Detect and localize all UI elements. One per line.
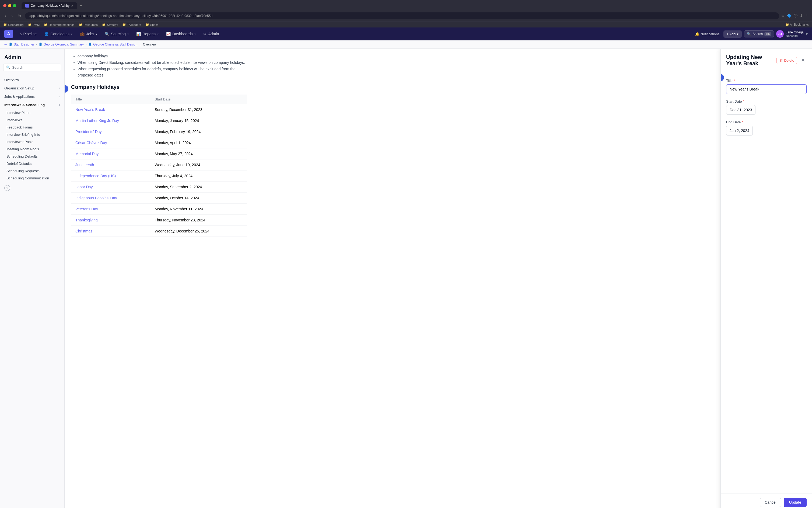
holiday-title-link[interactable]: Thanksgiving (71, 215, 150, 226)
tab-close-icon[interactable]: ✕ (71, 4, 73, 7)
close-window-button[interactable] (3, 4, 6, 7)
close-panel-button[interactable]: ✕ (799, 57, 807, 63)
breadcrumb-item-1[interactable]: 👤 Staff Designer (9, 43, 34, 46)
sidebar-sub-item-debrief-defaults[interactable]: Debrief Defaults (0, 160, 64, 167)
search-box[interactable]: 🔍 Search ⌘K (744, 31, 774, 37)
extension-icon[interactable]: 🔷 (787, 13, 792, 18)
sub-label: Interviewer Pools (6, 140, 33, 144)
sidebar-search-button[interactable]: 🔍 Search (3, 64, 61, 71)
holiday-title-link[interactable]: Presidents' Day (71, 126, 150, 137)
menu-icon[interactable]: ⋮ (805, 13, 809, 18)
chevron-down-icon: ▾ (96, 33, 97, 36)
refresh-button[interactable]: ↻ (16, 13, 23, 19)
nav-item-reports[interactable]: 📊 Reports ▾ (133, 30, 162, 38)
forward-button[interactable]: › (10, 13, 14, 19)
start-date-input[interactable]: Dec 31, 2023 (726, 105, 756, 115)
sub-label: Scheduling Requests (6, 169, 40, 173)
start-date-field-label: Start Date * (726, 99, 807, 103)
table-row: César Chávez DayMonday, April 1, 2024 (71, 137, 246, 149)
sub-label: Meeting Room Pools (6, 147, 39, 151)
nav-item-jobs[interactable]: 💼 Jobs ▾ (77, 30, 100, 38)
sidebar-item-interviews-scheduling[interactable]: Interviews & Scheduling ▾ (0, 101, 64, 109)
user-menu-chevron[interactable]: ▾ (806, 32, 808, 36)
user-icon: 👤 (9, 43, 13, 46)
holiday-title-link[interactable]: Independence Day (US) (71, 170, 150, 181)
sidebar-sub-item-interview-plans[interactable]: Interview Plans (0, 109, 64, 116)
help-button[interactable]: ? (4, 185, 10, 191)
back-button[interactable]: ‹ (3, 13, 8, 19)
holiday-title-link[interactable]: César Chávez Day (71, 137, 150, 149)
download-icon[interactable]: ⬇ (800, 13, 803, 18)
bookmark-recurring[interactable]: 📁 Recurring meetings (44, 23, 74, 27)
sidebar-sub-item-interviewer-pools[interactable]: Interviewer Pools (0, 138, 64, 145)
sidebar-item-organization-setup[interactable]: Organization Setup › (0, 84, 64, 92)
breadcrumb-item-2[interactable]: 👤 George Okuneva: Summary (39, 43, 84, 46)
holiday-title-link[interactable]: Juneteenth (71, 160, 150, 170)
search-icon: 🔍 (6, 66, 10, 70)
delete-button[interactable]: 🗑 Delete (776, 57, 797, 64)
bookmark-strategy[interactable]: 📁 Strategy (102, 23, 118, 27)
holiday-title-link[interactable]: Martin Luther King Jr. Day (71, 115, 150, 126)
breadcrumb-item-3[interactable]: 👤 George Okuneva: Staff Desig… (88, 43, 139, 46)
holiday-title-link[interactable]: Indigenous Peoples' Day (71, 193, 150, 204)
holiday-title-link[interactable]: Labor Day (71, 181, 150, 193)
bookmark-pmm[interactable]: 📁 PMM (28, 23, 40, 27)
title-input[interactable] (726, 84, 807, 94)
sidebar-sub-item-scheduling-requests[interactable]: Scheduling Requests (0, 167, 64, 174)
search-icon: 🔍 (747, 32, 751, 36)
user-info: Jane Ortega Nocobird (786, 31, 804, 37)
maximize-window-button[interactable] (13, 4, 16, 7)
holiday-title-link[interactable]: Christmas (71, 226, 150, 237)
holiday-start-date: Monday, May 27, 2024 (150, 149, 246, 160)
chevron-right-icon: › (59, 95, 60, 98)
sidebar-sub-item-scheduling-defaults[interactable]: Scheduling Defaults (0, 153, 64, 160)
holiday-start-date: Monday, February 19, 2024 (150, 126, 246, 137)
overview-label: Overview (4, 78, 19, 82)
new-tab-button[interactable]: + (78, 3, 84, 8)
bookmark-specs[interactable]: 📁 Specs (145, 23, 159, 27)
cancel-button[interactable]: Cancel (760, 498, 781, 507)
sidebar-item-jobs-applications[interactable]: Jobs & Applications › (0, 92, 64, 101)
active-tab[interactable]: Company Holidays • Ashby ✕ (21, 2, 77, 9)
badge-number: 1 (64, 87, 66, 91)
nav-label: Pipeline (23, 32, 37, 36)
browser-window-controls (3, 4, 16, 7)
address-bar[interactable]: app.ashbyhq.com/admin/organizational-set… (25, 12, 779, 19)
holiday-title-link[interactable]: Veterans Day (71, 204, 150, 215)
sidebar-sub-item-interview-briefing[interactable]: Interview Briefing Info (0, 131, 64, 138)
holiday-title-link[interactable]: Memorial Day (71, 149, 150, 160)
notifications-button[interactable]: 🔔 Notifications (693, 31, 721, 38)
table-row: ThanksgivingThursday, November 28, 2024 (71, 215, 246, 226)
user-avatar[interactable]: JO (776, 30, 784, 38)
holiday-title-link[interactable]: New Year's Break (71, 104, 150, 115)
bookmark-folder-icon: 📁 (79, 23, 83, 27)
nav-item-admin[interactable]: ⚙ Admin (200, 30, 222, 38)
sidebar-item-overview[interactable]: Overview (0, 76, 64, 84)
sidebar-sub-item-interviews[interactable]: Interviews (0, 116, 64, 124)
end-date-input[interactable]: Jan 2, 2024 (726, 126, 753, 135)
cancel-label: Cancel (765, 500, 776, 505)
step-badge-2: 2 (721, 74, 724, 81)
sidebar-sub-item-meeting-room-pools[interactable]: Meeting Room Pools (0, 145, 64, 153)
bookmark-icon[interactable]: ☆ (781, 13, 785, 18)
add-button[interactable]: + Add ▾ (723, 31, 742, 38)
minimize-window-button[interactable] (8, 4, 11, 7)
bookmark-resources[interactable]: 📁 Resources (79, 23, 98, 27)
app-logo[interactable]: A (4, 30, 13, 38)
ashby-icon[interactable]: Ⓐ (794, 13, 798, 18)
column-start-date: Start Date (150, 94, 246, 104)
update-label: Update (789, 500, 801, 505)
nav-item-dashboards[interactable]: 📈 Dashboards ▾ (163, 30, 199, 38)
bookmark-ta[interactable]: 📁 TA leaders (122, 23, 141, 27)
bookmark-onboarding[interactable]: 📁 Onboarding (3, 23, 24, 27)
table-row: JuneteenthWednesday, June 19, 2024 (71, 160, 246, 170)
update-button[interactable]: Update (784, 498, 807, 507)
sidebar-sub-item-scheduling-communication[interactable]: Scheduling Communication (0, 174, 64, 182)
bookmark-folder-icon: 📁 (44, 23, 48, 27)
sidebar-sub-item-feedback-forms[interactable]: Feedback Forms (0, 124, 64, 131)
content-inner: company holidays. When using Direct Book… (64, 49, 253, 243)
nav-item-pipeline[interactable]: ⌂ Pipeline (16, 30, 40, 38)
nav-item-candidates[interactable]: 👤 Candidates ▾ (41, 30, 76, 38)
all-bookmarks-link[interactable]: 📁 All Bookmarks (785, 23, 809, 27)
nav-item-sourcing[interactable]: 🔍 Sourcing ▾ (101, 30, 132, 38)
